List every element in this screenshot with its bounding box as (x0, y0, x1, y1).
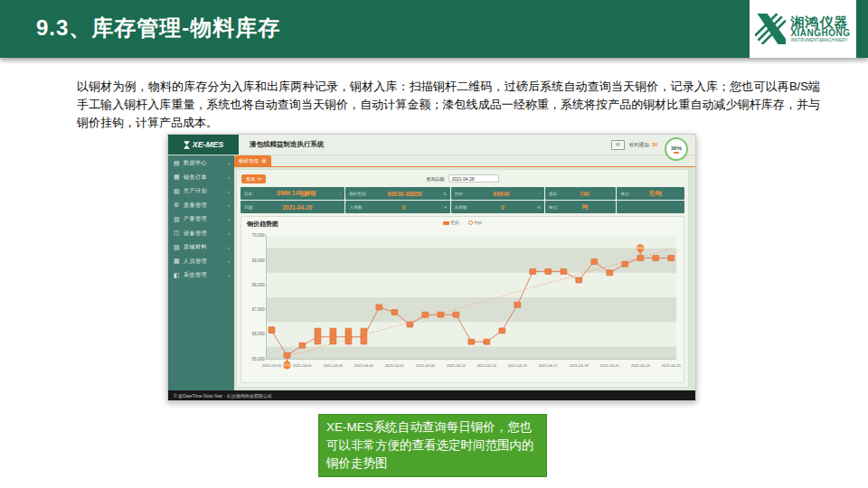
field-cell-r0c1: 铜价区间:69030-68850⇅ (345, 187, 449, 200)
svg-text:70,000: 70,000 (252, 233, 265, 238)
tab-bar: 铜价管理 × (234, 155, 695, 167)
field-cell-r1c4 (617, 201, 684, 213)
sidebar-item-6[interactable]: ▨原辅材料› (168, 240, 234, 255)
chevron-right-icon: › (228, 273, 230, 278)
svg-text:2021-04-01: 2021-04-01 (293, 363, 313, 368)
field-cell-r1c2: 出库数:0⟲ (451, 201, 544, 213)
chevron-right-icon: › (228, 245, 230, 250)
sidebar-item-0[interactable]: ▤数据中心› (168, 156, 234, 171)
chart-title: 铜价趋势图 (247, 220, 682, 229)
app-logo-text: XE-MES (193, 140, 224, 149)
app-header: XE-MES 漆包线精益制造执行系统 ✉ 收到通知: 20 36% (168, 135, 695, 155)
chevron-right-icon: › (228, 161, 230, 166)
svg-text:2021-04-25: 2021-04-25 (662, 363, 682, 368)
hourglass-icon (184, 141, 190, 149)
slide-header: 9.3、库存管理-物料库存 湘鸿仪器 XIANGHONG INSTRUMENT&… (0, 0, 868, 58)
svg-text:2021-04-19: 2021-04-19 (570, 363, 590, 368)
chevron-right-icon: › (228, 174, 230, 180)
sidebar-item-2[interactable]: ▧生产计划› (168, 184, 234, 199)
svg-text:2021-03-30: 2021-03-30 (262, 363, 282, 368)
chart-card: 铜价趋势图 区间 均价 65,00066,00067,00068,00069,0… (241, 216, 684, 383)
main-panel: 查询 ⟳ 查询日期 品名:SMM 1#电解铜↕铜价区间:69030-68850⇅… (236, 169, 689, 388)
svg-text:68,000: 68,000 (252, 283, 265, 287)
sidebar-item-7[interactable]: ▩人员管理› (168, 255, 234, 269)
query-row: 查询 ⟳ 查询日期 (241, 174, 684, 185)
sidebar-item-8[interactable]: ◧系统管理› (168, 268, 234, 283)
equipment-icon: ◫ (174, 230, 184, 237)
sidebar-item-1[interactable]: ▦销售订单› (168, 171, 234, 185)
svg-text:2021-04-23: 2021-04-23 (631, 363, 651, 368)
company-logo: 湘鸿仪器 XIANGHONG INSTRUMENT&MACHINERY (750, 0, 856, 58)
slide: 9.3、库存管理-物料库存 湘鸿仪器 XIANGHONG INSTRUMENT&… (0, 0, 868, 488)
svg-text:65,000: 65,000 (252, 357, 265, 361)
app-footer: © @DateTime.Now.Year - 长沙湘鸿科技有限公司 (168, 390, 695, 400)
system-icon: ◧ (174, 272, 184, 279)
field-cell-r1c3: 单位:吨 (545, 201, 617, 213)
data-center-icon: ▤ (174, 160, 184, 167)
gauge-dot (674, 152, 679, 154)
logo-text-sub: INSTRUMENT&MACHINERY (790, 39, 850, 43)
sidebar-item-3[interactable]: ⚙质量管理› (168, 199, 234, 213)
chevron-right-icon: › (228, 202, 230, 208)
svg-text:67,000: 67,000 (252, 307, 265, 312)
field-cell-r0c2: 均价:68940◦ (451, 187, 544, 200)
gauge-value: 36% (671, 145, 682, 151)
field-cell-r1c1: 入库数:0▾ (345, 201, 449, 213)
field-cell-r1c0: 日期:2021-04-20 (241, 201, 344, 213)
sidebar-item-4[interactable]: ▥产量管理› (168, 212, 234, 227)
notice-label: 收到通知: (629, 142, 651, 147)
svg-text:69100: 69100 (637, 247, 645, 250)
field-cell-r0c3: 涨跌:740◦ (545, 187, 617, 200)
svg-text:2021-04-09: 2021-04-09 (416, 363, 436, 368)
copper-price-chart: 65,00066,00067,00068,00069,00070,0002021… (243, 229, 682, 380)
tab-label: 铜价管理 (239, 158, 259, 164)
gauge-badge: 36% (665, 137, 688, 161)
mail-icon[interactable]: ✉ (611, 140, 625, 150)
app-logo: XE-MES (168, 135, 239, 155)
chevron-right-icon: › (228, 258, 230, 264)
svg-text:2021-04-05: 2021-04-05 (354, 363, 374, 368)
svg-text:2021-04-17: 2021-04-17 (539, 363, 559, 368)
production-plan-icon: ▧ (174, 188, 184, 195)
field-grid: 品名:SMM 1#电解铜↕铜价区间:69030-68850⇅均价:68940◦涨… (241, 187, 684, 213)
chevron-right-icon: › (228, 217, 230, 222)
chevron-right-icon: › (228, 230, 230, 236)
svg-text:2021-04-13: 2021-04-13 (477, 363, 497, 368)
svg-text:2021-04-15: 2021-04-15 (508, 363, 528, 368)
field-cell-r0c4: 单位:元/吨 (617, 187, 684, 200)
notice-count: 20 (652, 142, 657, 147)
svg-text:66,000: 66,000 (252, 332, 265, 336)
mes-app-screenshot: XE-MES 漆包线精益制造执行系统 ✉ 收到通知: 20 36% ▤数据中心›… (167, 134, 696, 401)
personnel-icon: ▩ (174, 258, 184, 265)
svg-text:2021-04-03: 2021-04-03 (324, 363, 344, 368)
material-icon: ▨ (174, 244, 184, 251)
caption-box: XE-MES系统自动查询每日铜价，您也可以非常方便的查看选定时间范围内的铜价走势… (318, 414, 547, 477)
query-date-input[interactable] (448, 174, 499, 183)
tab-copper-price[interactable]: 铜价管理 × (234, 155, 271, 166)
xianghong-x-icon (755, 14, 786, 44)
output-icon: ▥ (174, 216, 184, 223)
svg-text:2021-04-21: 2021-04-21 (600, 363, 620, 368)
svg-text:69,000: 69,000 (252, 258, 265, 263)
chevron-right-icon: › (228, 189, 230, 194)
app-sidebar: ▤数据中心›▦销售订单›▧生产计划›⚙质量管理›▥产量管理›◫设备管理›▨原辅材… (168, 155, 234, 390)
sales-order-icon: ▦ (174, 174, 184, 181)
notice-text: 收到通知: 20 (629, 142, 657, 148)
page-title: 9.3、库存管理-物料库存 (36, 14, 280, 42)
svg-text:2021-04-07: 2021-04-07 (385, 363, 405, 368)
field-cell-r0c0: 品名:SMM 1#电解铜↕ (241, 187, 344, 200)
app-content: 铜价管理 × 查询 ⟳ 查询日期 (234, 155, 695, 390)
quality-icon: ⚙ (174, 202, 184, 209)
sidebar-item-5[interactable]: ◫设备管理› (168, 227, 234, 241)
tab-close-icon[interactable]: × (261, 158, 267, 164)
svg-text:65150: 65150 (283, 363, 291, 367)
logo-text-cn: 湘鸿仪器 (790, 15, 850, 30)
svg-text:2021-04-11: 2021-04-11 (447, 363, 466, 368)
query-date-label: 查询日期 (427, 176, 445, 182)
app-title: 漆包线精益制造执行系统 (250, 140, 325, 149)
copyright-text: © @DateTime.Now.Year - 长沙湘鸿科技有限公司 (174, 393, 272, 399)
body-text: 以铜材为例，物料的库存分为入库和出库两种记录，铜材入库：扫描铜杆二维码，过磅后系… (77, 78, 820, 132)
